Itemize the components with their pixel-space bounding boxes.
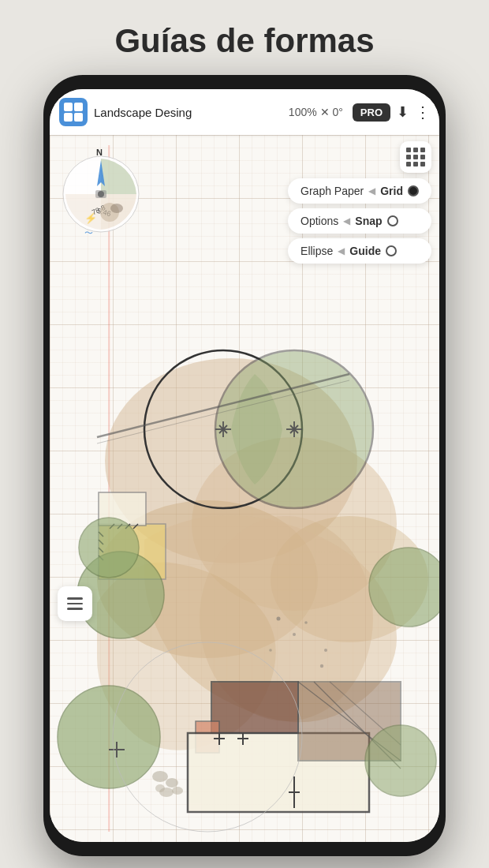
compass-widget: N 78.8 5.46 ⚡ 〜 <box>58 143 144 253</box>
snap-name: Snap <box>355 215 382 227</box>
svg-text:〜: 〜 <box>84 228 93 238</box>
grid-radio <box>408 185 419 196</box>
svg-rect-9 <box>211 682 298 733</box>
svg-point-43 <box>369 548 439 627</box>
svg-point-71 <box>110 204 123 213</box>
menu-button[interactable] <box>58 586 92 621</box>
download-icon[interactable]: ⬇ <box>397 103 409 121</box>
svg-text:⚡: ⚡ <box>84 211 98 225</box>
svg-point-44 <box>365 725 436 796</box>
canvas-area[interactable]: N 78.8 5.46 ⚡ 〜 <box>50 135 439 842</box>
guide-arrow: ◀ <box>338 245 345 256</box>
svg-point-59 <box>320 664 323 668</box>
snap-prefix: Options <box>300 215 338 227</box>
pro-badge[interactable]: PRO <box>353 103 390 122</box>
apps-icon[interactable] <box>59 98 88 126</box>
snap-radio <box>387 215 398 226</box>
svg-point-42 <box>58 686 160 788</box>
zoom-info: 100% ✕ 0° <box>289 106 343 118</box>
hamburger-line <box>67 603 83 605</box>
project-name: Landscape Desing <box>94 106 282 119</box>
guide-name: Guide <box>349 245 381 257</box>
svg-point-55 <box>293 633 296 636</box>
hamburger-line <box>67 597 83 600</box>
page-title: Guías de formas <box>0 0 489 76</box>
svg-point-50 <box>172 787 183 795</box>
guide-radio <box>386 245 397 256</box>
svg-point-56 <box>304 621 308 624</box>
top-bar: Landscape Desing 100% ✕ 0° PRO ⬇ ⋮ <box>50 89 439 135</box>
hamburger-line <box>67 608 83 610</box>
grid-name: Grid <box>380 185 403 197</box>
more-icon[interactable]: ⋮ <box>415 103 430 122</box>
snap-option[interactable]: Options ◀ Snap <box>288 208 431 234</box>
popover-menu: Graph Paper ◀ Grid Options ◀ Snap Ellips… <box>288 178 431 264</box>
svg-point-51 <box>155 784 165 792</box>
svg-rect-67 <box>95 190 106 198</box>
svg-point-47 <box>152 771 168 782</box>
svg-point-41 <box>79 518 139 578</box>
grid-arrow: ◀ <box>368 185 375 196</box>
svg-point-58 <box>269 649 272 652</box>
grid-prefix: Graph Paper <box>300 185 364 197</box>
guide-option[interactable]: Ellipse ◀ Guide <box>288 238 431 264</box>
grid-toggle-button[interactable] <box>400 141 431 173</box>
svg-point-54 <box>277 617 281 621</box>
snap-arrow: ◀ <box>343 215 350 226</box>
phone-frame: Landscape Desing 100% ✕ 0° PRO ⬇ ⋮ <box>43 75 446 856</box>
svg-point-48 <box>166 778 178 788</box>
svg-text:N: N <box>96 148 103 157</box>
svg-point-57 <box>324 649 327 652</box>
grid-option[interactable]: Graph Paper ◀ Grid <box>288 178 431 204</box>
guide-prefix: Ellipse <box>300 245 333 257</box>
phone-screen: Landscape Desing 100% ✕ 0° PRO ⬇ ⋮ <box>50 89 439 842</box>
